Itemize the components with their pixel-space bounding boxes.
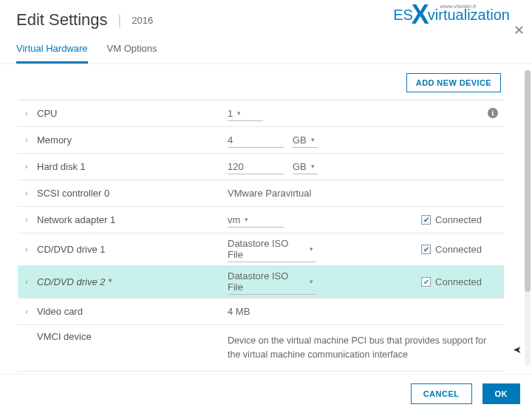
value-scsi0: VMware Paravirtual [228,188,311,199]
row-cddvd-drive-2: › CD/DVD drive 2 * Datastore ISO File▾ ✔… [18,266,504,298]
chevron-right-icon[interactable]: › [18,278,35,286]
page-title: Edit Settings [16,10,108,30]
row-hard-disk-1: › Hard disk 1 GB▾ [18,154,504,180]
dialog-header: Edit Settings | 2016 www.vladan.fr ESXvi… [0,0,532,35]
chevron-right-icon[interactable]: › [18,245,35,253]
row-network-adapter-1: › Network adapter 1 vm▾ ✔ Connected [18,207,504,233]
chevron-right-icon[interactable]: › [18,216,35,224]
mouse-cursor-icon: ➤ [513,344,522,355]
chevron-down-icon: ▾ [311,163,315,170]
row-video-card: › Video card 4 MB [18,298,504,325]
net1-connected-label: Connected [435,214,482,225]
tab-vm-options[interactable]: VM Options [107,38,157,64]
brand-logo: www.vladan.fr ESXvirtualization [393,1,510,28]
label-video: Video card [35,306,228,317]
cd2-select[interactable]: Datastore ISO File▾ [228,269,316,295]
close-icon[interactable]: ✕ [514,22,525,38]
label-vmci: VMCI device [35,331,228,342]
chevron-right-icon[interactable]: › [18,136,35,144]
hd1-unit-select[interactable]: GB▾ [293,160,318,174]
row-cddvd-drive-1: › CD/DVD drive 1 Datastore ISO File▾ ✔ C… [18,233,504,266]
checkbox-checked-icon: ✔ [421,245,431,254]
tab-bar: Virtual Hardware VM Options [0,38,532,64]
row-cpu: › CPU 1▾ i [18,100,504,127]
vm-name: 2016 [132,15,153,26]
chevron-right-icon[interactable]: › [18,109,35,117]
chevron-down-icon: ▾ [245,216,248,223]
label-cd1: CD/DVD drive 1 [35,244,228,255]
chevron-right-icon[interactable]: › [18,189,35,197]
cd1-connected-checkbox[interactable]: ✔ Connected [421,244,482,255]
chevron-right-icon[interactable]: › [18,307,35,315]
row-memory: › Memory GB▾ [18,127,504,154]
cd2-connected-checkbox[interactable]: ✔ Connected [421,276,482,287]
ok-button[interactable]: OK [482,383,521,404]
value-video: 4 MB [228,306,250,317]
cd2-connected-label: Connected [435,276,482,287]
memory-input[interactable] [228,133,284,148]
tab-virtual-hardware[interactable]: Virtual Hardware [16,38,88,64]
label-memory: Memory [35,134,228,146]
hardware-table: › CPU 1▾ i › Memory GB▾ › Hard disk 1 [18,100,504,375]
label-scsi0: SCSI controller 0 [35,188,228,199]
info-icon[interactable]: i [488,108,498,118]
label-hd1: Hard disk 1 [35,161,228,172]
cd1-select[interactable]: Datastore ISO File▾ [228,236,316,262]
dialog-footer: CANCEL OK [0,374,532,413]
net1-select[interactable]: vm▾ [228,213,284,228]
title-divider: | [118,13,122,28]
hd1-size-input[interactable] [228,160,284,174]
cancel-button[interactable]: CANCEL [411,383,472,404]
label-net1: Network adapter 1 [35,214,228,225]
chevron-down-icon: ▾ [237,109,241,117]
chevron-right-icon[interactable]: › [18,163,35,171]
chevron-down-icon: ▾ [311,136,315,143]
memory-unit-select[interactable]: GB▾ [293,133,318,148]
row-vmci-device: VMCI device Device on the virtual machin… [18,325,504,372]
row-scsi-controller-0: › SCSI controller 0 VMware Paravirtual [18,180,504,207]
label-cd2: CD/DVD drive 2 * [35,276,228,287]
value-vmci: Device on the virtual machine PCI bus th… [228,331,501,365]
cd1-connected-label: Connected [435,244,482,255]
checkbox-checked-icon: ✔ [421,277,431,287]
content-area: ADD NEW DEVICE › CPU 1▾ i › Memory GB▾ [0,64,532,375]
checkbox-checked-icon: ✔ [421,215,431,225]
scrollbar-thumb[interactable] [525,70,531,292]
logo-url: www.vladan.fr [440,3,477,10]
add-new-device-button[interactable]: ADD NEW DEVICE [406,73,501,92]
net1-connected-checkbox[interactable]: ✔ Connected [421,214,482,225]
chevron-down-icon: ▾ [310,245,313,253]
cpu-select[interactable]: 1▾ [228,106,263,121]
label-cpu: CPU [35,108,228,119]
chevron-down-icon: ▾ [310,278,313,285]
